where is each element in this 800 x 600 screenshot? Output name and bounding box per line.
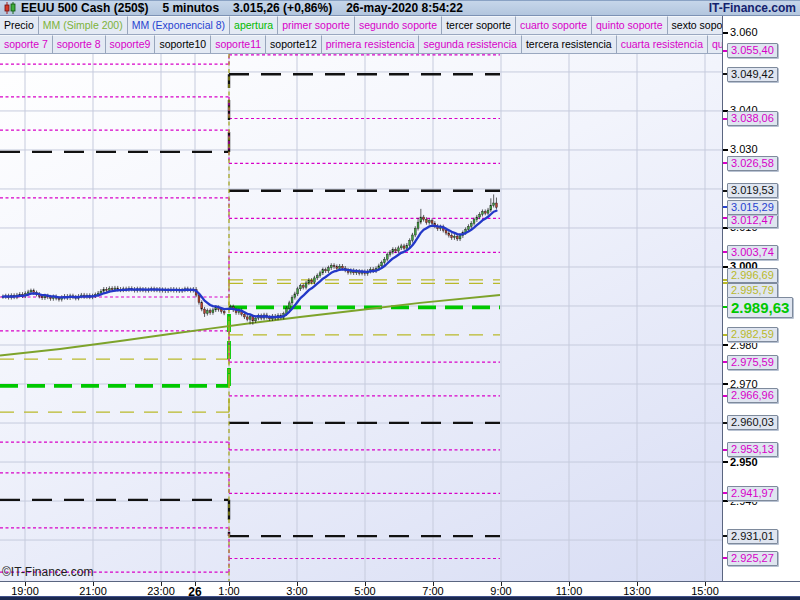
legend-item-soporte11[interactable]: soporte11	[211, 35, 266, 53]
price-axis-tick	[723, 344, 728, 346]
level-price-label: 2.966,96	[727, 388, 778, 403]
legend-item-soporte9[interactable]: soporte9	[106, 35, 156, 53]
candles	[2, 194, 497, 324]
level-price-label: 2.925,27	[727, 551, 778, 566]
candlestick-logo-icon	[3, 2, 17, 14]
legend-item-precio[interactable]: Precio	[0, 16, 39, 34]
legend-item-soporte10[interactable]: soporte10	[155, 35, 211, 53]
level-price-label: 3.012,47	[727, 213, 778, 228]
grid-lines	[0, 54, 722, 581]
level-price-label: 3.003,74	[727, 245, 778, 260]
legend-item-segundo-soporte[interactable]: segundo soporte	[355, 16, 442, 34]
time-axis[interactable]: 19:0021:0023:00261:003:005:007:009:0011:…	[0, 581, 800, 596]
level-price-label: 2.960,03	[727, 415, 778, 430]
level-price-label: 2.996,69	[727, 268, 778, 283]
title-bar: EEUU 500 Cash (250$) 5 minutos 3.015,26 …	[0, 0, 800, 16]
level-price-label: 2.953,13	[727, 442, 778, 457]
price-axis-tick	[723, 32, 728, 34]
last-price-label: 3.015,29	[727, 200, 778, 215]
price-tick-label: 2.950	[730, 456, 758, 468]
last-price-change: 3.015,26 (+0,86%)	[233, 1, 332, 15]
trading-platform-window: EEUU 500 Cash (250$) 5 minutos 3.015,26 …	[0, 0, 800, 600]
price-axis-tick	[723, 461, 728, 463]
legend-item-sexto-soporte[interactable]: sexto soporte	[668, 16, 722, 34]
datetime-label: 26-may-2020 8:54:22	[346, 1, 463, 15]
legend-item-mm-simple-200-[interactable]: MM (Simple 200)	[39, 16, 128, 34]
legend-item-soporte-8[interactable]: soporte 8	[53, 35, 106, 53]
instrument-name: EEUU 500 Cash (250$)	[21, 1, 148, 15]
legend-item-soporte-7[interactable]: soporte 7	[0, 35, 53, 53]
level-price-label: 2.995,79	[727, 283, 778, 298]
legend-item-apertura[interactable]: apertura	[230, 16, 278, 34]
legend-item-primera-resistencia[interactable]: primera resistencia	[322, 35, 420, 53]
legend-item-mm-exponencial-8-[interactable]: MM (Exponencial 8)	[128, 16, 230, 34]
sma200-line	[0, 295, 500, 355]
price-axis[interactable]: 3.0603.0403.0303.0103.0002.9802.9702.950…	[722, 16, 800, 581]
price-tick-label: 3.030	[730, 143, 758, 155]
price-axis-tick	[723, 383, 728, 385]
level-price-label: 2.931,01	[727, 529, 778, 544]
level-price-label: 2.975,59	[727, 355, 778, 370]
price-tick-label: 3.060	[730, 26, 758, 38]
level-price-label: 3.026,58	[727, 156, 778, 171]
legend-item-quinta-resistencia[interactable]: quinta resistencia	[708, 35, 722, 53]
level-price-label: 3.049,42	[727, 67, 778, 82]
price-chart[interactable]	[0, 54, 722, 581]
chart-plot-area[interactable]: ©IT-Finance.com	[0, 54, 722, 581]
opening-price-label: 2.989,63	[727, 297, 793, 318]
level-price-label: 2.982,59	[727, 327, 778, 342]
ema8-line	[3, 211, 497, 317]
legend-item-quinto-soporte[interactable]: quinto soporte	[592, 16, 668, 34]
timeframe-label: 5 minutos	[162, 1, 219, 15]
legend-item-primer-soporte[interactable]: primer soporte	[278, 16, 355, 34]
legend-item-cuarto-soporte[interactable]: cuarto soporte	[516, 16, 592, 34]
legend-row-2: soporte 7soporte 8soporte9soporte10sopor…	[0, 35, 722, 54]
legend-item-cuarta-resistencia[interactable]: cuarta resistencia	[617, 35, 708, 53]
legend-item-tercer-soporte[interactable]: tercer soporte	[442, 16, 516, 34]
brand-logo-text: IT-Finance.com	[709, 1, 796, 15]
price-axis-tick	[723, 149, 728, 151]
level-price-label: 3.038,06	[727, 111, 778, 126]
legend-item-segunda-resistencia[interactable]: segunda resistencia	[419, 35, 521, 53]
legend-item-soporte12[interactable]: soporte12	[266, 35, 322, 53]
level-price-label: 3.055,40	[727, 43, 778, 58]
legend-item-tercera-resistencia[interactable]: tercera resistencia	[522, 35, 617, 53]
level-price-label: 3.019,53	[727, 183, 778, 198]
watermark-text: ©IT-Finance.com	[2, 565, 94, 579]
level-price-label: 2.941,97	[727, 486, 778, 501]
legend-row-1: PrecioMM (Simple 200)MM (Exponencial 8)a…	[0, 16, 722, 35]
bottom-status-bar	[0, 596, 800, 600]
